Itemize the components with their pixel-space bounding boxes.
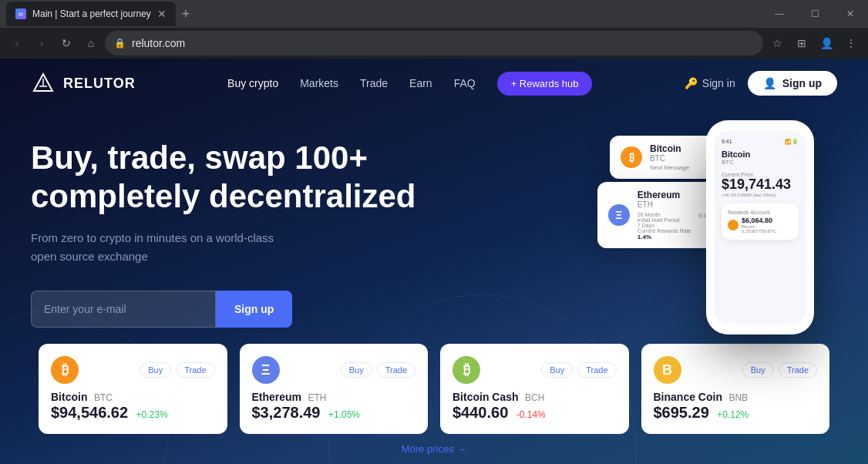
hero-subtitle: From zero to crypto in minutes on a worl… (31, 229, 293, 266)
nav-trade[interactable]: Trade (360, 77, 388, 89)
bnb-card-name: Binance Coin (654, 391, 722, 403)
phone-rewards-value: $6,064.80 (742, 217, 776, 224)
bch-card-change: -0.14% (516, 409, 546, 420)
card-top-btc: ₿ Buy Trade (51, 356, 215, 384)
browser-chrome: M Main | Start a perfect journey ✕ + — ☐… (0, 0, 868, 59)
btc-card-ticker: BTC (94, 392, 113, 403)
nav-markets[interactable]: Markets (300, 77, 338, 89)
card-top-eth: Ξ Buy Trade (252, 356, 416, 384)
bnb-card-change: +0.12% (717, 409, 749, 420)
phone-status-bar: 9:41 📶🔋 (722, 139, 799, 145)
nav-faq[interactable]: FAQ (454, 77, 476, 89)
phone-price: $19,741.43 (722, 177, 799, 193)
crypto-card-eth: Ξ Buy Trade Ethereum ETH $3,278.49 +1.05… (240, 344, 429, 434)
hero-title: Buy, trade, swap 100+ completely decentr… (31, 139, 416, 217)
crypto-card-bch: ₿ Buy Trade Bitcoin Cash BCH $440.60 -0.… (440, 344, 629, 434)
hero-form: Sign up (31, 291, 416, 328)
bnb-card-price: $695.29 (654, 404, 709, 421)
eth-card-ticker: ETH (308, 392, 327, 403)
tab-favicon: M (15, 8, 26, 19)
crypto-cards-row: ₿ Buy Trade Bitcoin BTC $94,546.62 +0.23… (0, 344, 868, 434)
signin-label: Sign in (702, 77, 735, 89)
back-button[interactable]: ‹ (6, 32, 28, 54)
eth-card-name: Ethereum (252, 391, 302, 403)
phone-coin-ticker: BTC (722, 159, 799, 166)
close-button[interactable]: ✕ (833, 2, 868, 26)
card-top-bnb: B Buy Trade (654, 356, 818, 384)
more-prices-link[interactable]: More prices → (0, 434, 868, 464)
btc-buy-button[interactable]: Buy (140, 362, 171, 378)
maximize-button[interactable]: ☐ (797, 2, 833, 26)
tab-close-button[interactable]: ✕ (157, 8, 167, 20)
logo-text: RELUTOR (63, 76, 136, 92)
hero-signup-button[interactable]: Sign up (216, 291, 292, 328)
bch-card-price-row: $440.60 -0.14% (453, 404, 617, 422)
crypto-card-bnb: B Buy Trade Binance Coin BNB $695.29 +0.… (641, 344, 830, 434)
menu-button[interactable]: ⋮ (840, 32, 862, 54)
bnb-card-actions: Buy Trade (742, 362, 817, 378)
bnb-card-ticker: BNB (728, 392, 748, 403)
navbar: RELUTOR Buy crypto Markets Trade Earn FA… (0, 59, 868, 108)
btc-card-change: +0.23% (136, 409, 168, 420)
eth-card-actions: Buy Trade (341, 362, 415, 378)
browser-tab[interactable]: M Main | Start a perfect journey ✕ (6, 2, 176, 26)
logo-icon (31, 71, 56, 96)
cards-wrapper: ₿ Buy Trade Bitcoin BTC $94,546.62 +0.23… (0, 335, 868, 464)
url-display: relutor.com (132, 37, 754, 49)
email-input[interactable] (31, 291, 216, 328)
rewards-coin-icon (728, 220, 738, 230)
logo[interactable]: RELUTOR (31, 71, 136, 96)
card-top-bch: ₿ Buy Trade (453, 356, 617, 384)
eth-card-name-row: Ethereum ETH (252, 390, 416, 404)
btc-card-name: Bitcoin (51, 391, 87, 403)
bch-card-name-row: Bitcoin Cash BCH (453, 390, 617, 404)
btc-card-actions: Buy Trade (140, 362, 214, 378)
bch-card-ticker: BCH (525, 392, 544, 403)
btc-trade-button[interactable]: Trade (176, 362, 214, 378)
eth-card-change: +1.05% (328, 409, 360, 420)
bch-card-price: $440.60 (453, 404, 508, 421)
home-button[interactable]: ⌂ (80, 32, 102, 54)
crypto-card-btc: ₿ Buy Trade Bitcoin BTC $94,546.62 +0.23… (39, 344, 227, 434)
phone-rewards-label: Rewards Account (728, 210, 792, 215)
eth-card-price-row: $3,278.49 +1.05% (252, 404, 416, 422)
signin-button[interactable]: 🔑 Sign in (685, 77, 735, 89)
bnb-card-price-row: $695.29 +0.12% (654, 404, 818, 422)
eth-trade-button[interactable]: Trade (377, 362, 415, 378)
window-controls: — ☐ ✕ (762, 2, 868, 26)
new-tab-button[interactable]: + (182, 6, 190, 22)
extensions-button[interactable]: ⊞ (791, 32, 812, 54)
profile-button[interactable]: 👤 (816, 32, 837, 54)
user-icon: 👤 (763, 77, 776, 89)
phone-coin-name: Bitcoin (722, 150, 799, 159)
btc-card-price-row: $94,546.62 +0.23% (51, 404, 215, 422)
phone-mockup: 9:41 📶🔋 Bitcoin BTC Current Price $19,74… (706, 120, 814, 335)
bnb-card-name-row: Binance Coin BNB (654, 390, 818, 404)
browser-toolbar: ‹ › ↻ ⌂ 🔒 relutor.com ☆ ⊞ 👤 ⋮ (0, 28, 868, 59)
nav-buy-crypto[interactable]: Buy crypto (227, 77, 278, 89)
phone-price-change: +46.34-0.8989 (last 24hrs) (722, 193, 799, 197)
rewards-hub-button[interactable]: + Rewards hub (497, 72, 593, 96)
signup-label: Sign up (782, 77, 822, 89)
minimize-button[interactable]: — (762, 2, 797, 26)
btc-card-price: $94,546.62 (51, 404, 128, 421)
hero-content: Buy, trade, swap 100+ completely decentr… (31, 139, 416, 328)
address-bar[interactable]: 🔒 relutor.com (105, 31, 763, 55)
bch-card-name: Bitcoin Cash (453, 391, 519, 403)
bch-buy-button[interactable]: Buy (541, 362, 573, 378)
bnb-coin-icon: B (654, 356, 681, 384)
nav-earn[interactable]: Earn (409, 77, 432, 89)
bnb-buy-button[interactable]: Buy (742, 362, 774, 378)
reload-button[interactable]: ↻ (56, 32, 77, 54)
bch-coin-icon: ₿ (453, 356, 480, 384)
eth-coin-icon: Ξ (252, 356, 280, 384)
bch-trade-button[interactable]: Trade (577, 362, 616, 378)
nav-right: 🔑 Sign in 👤 Sign up (685, 71, 837, 96)
tab-title: Main | Start a perfect journey (32, 8, 151, 19)
eth-buy-button[interactable]: Buy (341, 362, 372, 378)
signup-button[interactable]: 👤 Sign up (748, 71, 837, 96)
phone-rewards-amount: 0.25387758 BTC (742, 229, 776, 234)
bnb-trade-button[interactable]: Trade (779, 362, 817, 378)
forward-button[interactable]: › (31, 32, 52, 54)
bookmark-button[interactable]: ☆ (766, 32, 788, 54)
